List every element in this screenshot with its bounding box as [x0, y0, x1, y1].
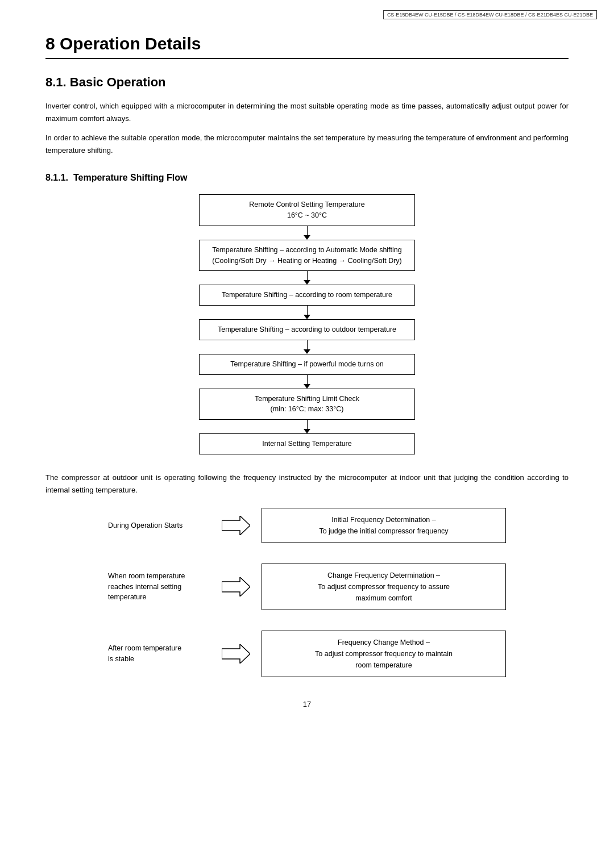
page-number: 17: [45, 700, 569, 708]
freq-row-1: During Operation Starts Initial Frequenc…: [108, 508, 506, 543]
freq-arrow-right-2: [222, 577, 250, 596]
flow-arrow-3: [304, 306, 310, 319]
flow-box-5: Temperature Shifting – if powerful mode …: [199, 354, 415, 375]
header-reference: CS-E15DB4EW CU-E15DBE / CS-E18DB4EW CU-E…: [383, 10, 597, 19]
freq-arrow-right-3: [222, 644, 250, 663]
frequency-diagram: During Operation Starts Initial Frequenc…: [108, 508, 506, 677]
freq-row-3: After room temperatureis stable Frequenc…: [108, 631, 506, 677]
freq-row-2: When room temperaturereaches internal se…: [108, 564, 506, 610]
svg-marker-0: [222, 516, 250, 535]
flow-box-2: Temperature Shifting – according to Auto…: [199, 240, 415, 272]
freq-arrow-right-1: [222, 516, 250, 535]
flow-box-7: Internal Setting Temperature: [199, 433, 415, 454]
intro-paragraph-1: Inverter control, which equipped with a …: [45, 100, 569, 125]
svg-marker-2: [222, 644, 250, 663]
flow-box-6: Temperature Shifting Limit Check (min: 1…: [199, 389, 415, 420]
chapter-title: 8 Operation Details: [45, 34, 569, 59]
subsection-title: 8.1.1. Temperature Shifting Flow: [45, 173, 569, 183]
flow-box-4: Temperature Shifting – according to outd…: [199, 319, 415, 340]
flow-box-1: Remote Control Setting Temperature 16°C …: [199, 194, 415, 226]
intro-paragraph-2: In order to achieve the suitable operati…: [45, 132, 569, 157]
flow-arrow-2: [304, 271, 310, 285]
flow-arrow-1: [304, 226, 310, 240]
flow-box-3: Temperature Shifting – according to room…: [199, 285, 415, 306]
freq-label-2: When room temperaturereaches internal se…: [108, 571, 210, 603]
subsection: 8.1.1. Temperature Shifting Flow Remote …: [45, 173, 569, 454]
section-title: 8.1. Basic Operation: [45, 75, 569, 90]
connecting-text: The compressor at outdoor unit is operat…: [45, 471, 569, 496]
freq-box-1: Initial Frequency Determination – To jud…: [262, 508, 506, 543]
flow-arrow-5: [304, 375, 310, 389]
flow-arrow-6: [304, 420, 310, 433]
svg-marker-1: [222, 577, 250, 596]
freq-box-3: Frequency Change Method – To adjust comp…: [262, 631, 506, 677]
freq-box-2: Change Frequency Determination – To adju…: [262, 564, 506, 610]
freq-label-3: After room temperatureis stable: [108, 643, 210, 665]
freq-label-1: During Operation Starts: [108, 520, 210, 531]
page: CS-E15DB4EW CU-E15DBE / CS-E18DB4EW CU-E…: [0, 0, 614, 754]
flow-diagram: Remote Control Setting Temperature 16°C …: [136, 194, 478, 454]
flow-arrow-4: [304, 340, 310, 354]
